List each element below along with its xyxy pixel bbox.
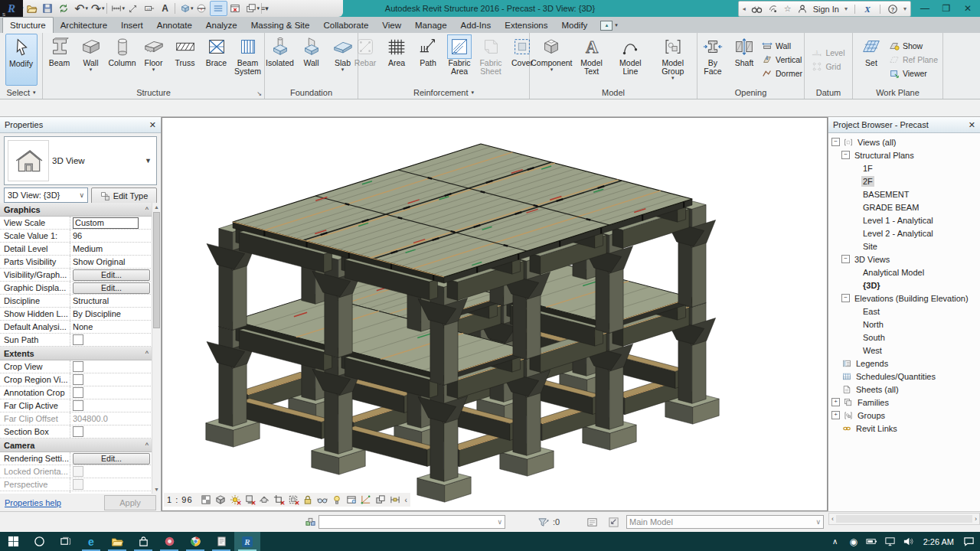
tool-by-face[interactable]: By Face (697, 34, 728, 86)
sync-with-central-icon[interactable] (56, 2, 72, 15)
aligned-dimension-icon[interactable] (125, 2, 141, 15)
tree-item-basement[interactable]: BASEMENT (828, 187, 980, 201)
tool-brace[interactable]: Brace (201, 34, 232, 86)
taskbar-clock[interactable]: 2:26 AM (919, 537, 959, 546)
checkbox[interactable] (73, 387, 83, 398)
collapse-icon[interactable]: − (841, 294, 850, 302)
scroll-left-icon[interactable]: ‹ (831, 515, 834, 523)
tree-item-3d-views[interactable]: −3D Views (828, 253, 980, 266)
collapse-icon[interactable]: − (841, 151, 850, 159)
taskbar-store-icon[interactable] (130, 532, 156, 551)
tab-view[interactable]: View (375, 18, 408, 33)
checkbox[interactable] (73, 426, 83, 437)
tool-model-text[interactable]: Model Text (573, 34, 610, 86)
tool-column[interactable]: Column (107, 34, 138, 86)
temporary-hide-isolate-icon[interactable] (316, 494, 328, 506)
infocenter-collapse-icon[interactable]: ◂ (743, 5, 746, 12)
edit-type-button[interactable]: Edit Type (91, 187, 157, 204)
drawing-area[interactable]: 1 : 96 ✕✕✕✕‹ (162, 117, 828, 511)
taskbar-edge-icon[interactable] (78, 532, 104, 551)
scroll-right-icon[interactable]: › (975, 515, 977, 523)
tab-manage[interactable]: Manage (408, 18, 454, 33)
tab-extensions[interactable]: Extensions (498, 18, 554, 33)
section-icon[interactable] (194, 2, 210, 15)
tool-beam-system[interactable]: Beam System (233, 34, 263, 86)
crop-view-icon[interactable]: ✕ (273, 494, 285, 506)
tool-viewer[interactable]: Viewer (889, 67, 938, 80)
collapse-icon[interactable]: − (841, 255, 850, 263)
vcb-collapse-icon[interactable]: ‹ (405, 496, 407, 504)
tree-item-level-2-analytical[interactable]: Level 2 - Analytical (828, 227, 980, 240)
design-options-icon[interactable] (606, 516, 620, 528)
tree-item-1f[interactable]: 1F (828, 161, 980, 174)
scrollbar-track[interactable] (836, 515, 972, 523)
tab-modify[interactable]: Modify (554, 18, 594, 33)
customize-qat-icon[interactable]: ≡▾ (261, 5, 269, 12)
show-crop-region-icon[interactable]: ✕ (287, 494, 299, 506)
show-analytical-model-icon[interactable] (360, 494, 372, 506)
tab-architecture[interactable]: Architecture (54, 18, 114, 33)
value-field[interactable]: None (70, 321, 152, 333)
tool-model-line[interactable]: Model Line (611, 34, 649, 86)
properties-help-link[interactable]: Properties help (5, 498, 61, 507)
show-rendering-dialog-icon[interactable] (258, 494, 270, 506)
tab-structure[interactable]: Structure (2, 17, 54, 33)
section-header-camera[interactable]: Camera^ (0, 439, 152, 452)
edit-button[interactable]: Edit... (73, 269, 150, 281)
sun-path-icon[interactable]: ✕ (229, 494, 241, 506)
subscription-icon[interactable] (768, 4, 779, 15)
checkbox[interactable] (73, 334, 83, 345)
tree-item-level-1-analytical[interactable]: Level 1 - Analytical (828, 214, 980, 227)
cortana-search-button[interactable] (26, 532, 52, 551)
taskbar-notepad-icon[interactable] (208, 532, 234, 551)
value-field[interactable]: Structural (70, 295, 152, 307)
checkbox[interactable] (73, 361, 83, 372)
design-options-combo[interactable]: Main Model ∨ (626, 515, 824, 529)
tray-record-icon[interactable]: ◉ (845, 532, 862, 551)
expand-icon[interactable]: + (831, 398, 840, 406)
tool-modify[interactable]: Modify (5, 34, 38, 86)
value-field[interactable]: Medium (70, 243, 152, 255)
tool-dormer[interactable]: Dormer (762, 67, 802, 80)
application-menu-button[interactable]: RS (0, 0, 23, 17)
tool-wall[interactable]: Wall▾ (76, 34, 106, 86)
help-icon[interactable] (887, 4, 898, 15)
tag-by-category-icon[interactable] (141, 2, 157, 15)
sign-in-caret-icon[interactable]: ▾ (844, 5, 848, 12)
exchange-apps-icon[interactable] (862, 4, 873, 15)
view-scale-control[interactable]: 1 : 96 (167, 495, 193, 504)
tree-item-schedules-quantities[interactable]: Schedules/Quantities (828, 370, 980, 383)
active-workset-combo[interactable]: ∨ (318, 515, 505, 529)
selection-filter-icon[interactable] (536, 516, 550, 528)
tray-volume-icon[interactable] (900, 532, 917, 551)
tool-component[interactable]: Component▾ (531, 34, 572, 86)
tree-item-west[interactable]: West (828, 344, 980, 357)
taskbar-photos-icon[interactable] (156, 532, 182, 551)
tool-isolated[interactable]: Isolated (265, 34, 296, 86)
close-hidden-windows-icon[interactable] (227, 2, 243, 15)
checkbox[interactable] (73, 374, 83, 385)
tree-item-elevations-building-elevation[interactable]: −Elevations (Building Elevation) (828, 292, 980, 305)
task-view-button[interactable] (52, 532, 78, 551)
properties-close-icon[interactable]: ✕ (149, 120, 156, 130)
detail-level-icon[interactable] (200, 494, 212, 506)
editable-only-icon[interactable] (585, 516, 599, 528)
tool-show[interactable]: Show (889, 40, 938, 52)
minimize-button[interactable]: — (914, 0, 936, 17)
tool-floor[interactable]: Floor▾ (139, 34, 169, 86)
browser-horizontal-scrollbar[interactable]: ‹ › (828, 513, 980, 525)
tab-add-ins[interactable]: Add-Ins (454, 18, 498, 33)
taskbar-file-explorer-icon[interactable] (104, 532, 130, 551)
thin-lines-icon[interactable] (210, 1, 227, 16)
scroll-up-icon[interactable]: ▲ (152, 203, 161, 211)
action-center-icon[interactable] (960, 532, 977, 551)
worksets-icon[interactable] (303, 516, 317, 528)
tab-collaborate[interactable]: Collaborate (316, 18, 375, 33)
project-browser-close-icon[interactable]: ✕ (969, 120, 975, 130)
text-icon[interactable]: A (157, 2, 173, 15)
temporary-view-properties-icon[interactable] (345, 494, 358, 506)
tool-truss[interactable]: Truss (170, 34, 201, 86)
edit-button[interactable]: Edit... (73, 453, 150, 465)
properties-scrollbar[interactable]: ▲ ▼ (152, 203, 161, 494)
restore-button[interactable]: ❐ (936, 0, 957, 17)
